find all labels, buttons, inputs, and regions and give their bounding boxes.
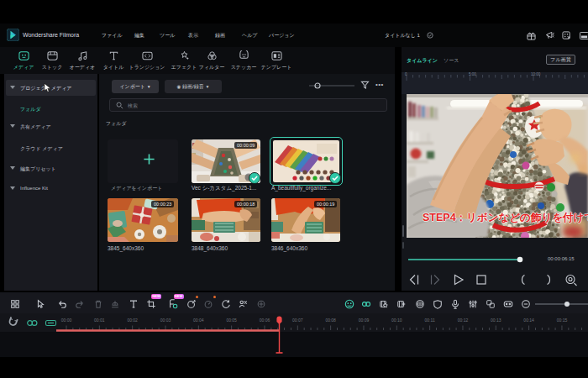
svg-text:00:15: 00:15 [557, 318, 568, 323]
svg-text:00:10: 00:10 [391, 318, 402, 323]
svg-text:5:00: 5:00 [469, 72, 476, 76]
svg-text:00:14: 00:14 [523, 318, 534, 323]
svg-text:00:07: 00:07 [292, 318, 303, 323]
svg-text:0: 0 [405, 72, 407, 76]
svg-text:00:09: 00:09 [359, 318, 370, 323]
svg-text:00:12: 00:12 [458, 318, 469, 323]
svg-text:00:00: 00:00 [61, 318, 72, 323]
svg-text:00:06: 00:06 [260, 318, 270, 323]
svg-text:00:02: 00:02 [127, 318, 138, 323]
svg-text:00:04: 00:04 [193, 318, 204, 323]
svg-text:10:00: 10:00 [531, 72, 541, 76]
svg-text:00:01: 00:01 [94, 318, 105, 323]
svg-text:00:08: 00:08 [325, 318, 336, 323]
svg-text:00:11: 00:11 [425, 318, 435, 323]
svg-text:00:13: 00:13 [491, 318, 501, 323]
svg-text:00:03: 00:03 [160, 318, 171, 323]
svg-text:00:05: 00:05 [226, 318, 237, 323]
